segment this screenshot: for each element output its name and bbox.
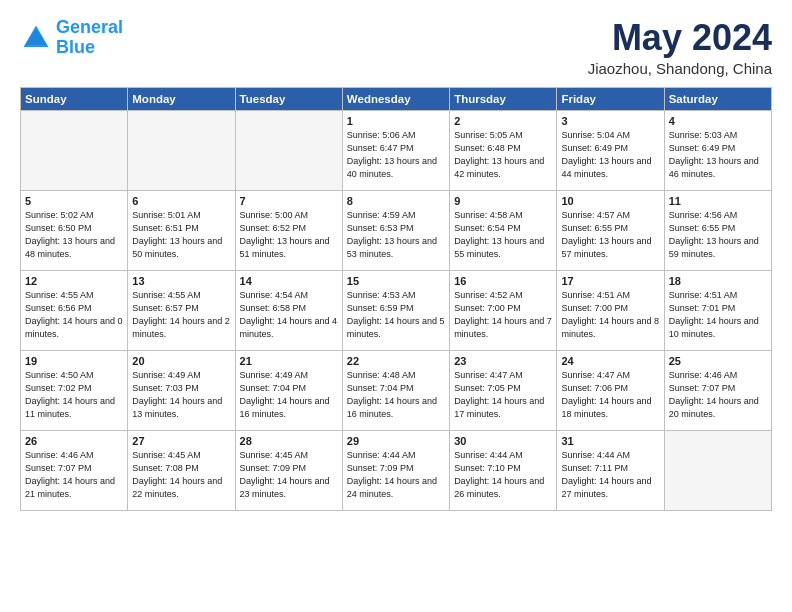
table-row: 24Sunrise: 4:47 AMSunset: 7:06 PMDayligh… bbox=[557, 350, 664, 430]
logo-icon bbox=[20, 22, 52, 54]
location: Jiaozhou, Shandong, China bbox=[588, 60, 772, 77]
daylight-text: Daylight: 14 hours and 27 minutes. bbox=[561, 476, 651, 499]
daylight-text: Daylight: 13 hours and 59 minutes. bbox=[669, 236, 759, 259]
day-info: Sunrise: 4:46 AMSunset: 7:07 PMDaylight:… bbox=[669, 369, 767, 421]
daylight-text: Daylight: 14 hours and 7 minutes. bbox=[454, 316, 552, 339]
day-number: 1 bbox=[347, 115, 445, 127]
daylight-text: Daylight: 13 hours and 50 minutes. bbox=[132, 236, 222, 259]
table-row: 3Sunrise: 5:04 AMSunset: 6:49 PMDaylight… bbox=[557, 110, 664, 190]
day-info: Sunrise: 4:57 AMSunset: 6:55 PMDaylight:… bbox=[561, 209, 659, 261]
sunset-text: Sunset: 7:00 PM bbox=[561, 303, 628, 313]
day-info: Sunrise: 5:03 AMSunset: 6:49 PMDaylight:… bbox=[669, 129, 767, 181]
calendar-week-row: 12Sunrise: 4:55 AMSunset: 6:56 PMDayligh… bbox=[21, 270, 772, 350]
sunrise-text: Sunrise: 4:55 AM bbox=[25, 290, 94, 300]
daylight-text: Daylight: 14 hours and 24 minutes. bbox=[347, 476, 437, 499]
day-number: 10 bbox=[561, 195, 659, 207]
day-info: Sunrise: 4:56 AMSunset: 6:55 PMDaylight:… bbox=[669, 209, 767, 261]
sunset-text: Sunset: 6:47 PM bbox=[347, 143, 414, 153]
calendar-week-row: 5Sunrise: 5:02 AMSunset: 6:50 PMDaylight… bbox=[21, 190, 772, 270]
daylight-text: Daylight: 14 hours and 20 minutes. bbox=[669, 396, 759, 419]
daylight-text: Daylight: 14 hours and 11 minutes. bbox=[25, 396, 115, 419]
sunrise-text: Sunrise: 4:51 AM bbox=[561, 290, 630, 300]
day-number: 21 bbox=[240, 355, 338, 367]
day-number: 5 bbox=[25, 195, 123, 207]
table-row bbox=[235, 110, 342, 190]
day-info: Sunrise: 5:05 AMSunset: 6:48 PMDaylight:… bbox=[454, 129, 552, 181]
daylight-text: Daylight: 14 hours and 2 minutes. bbox=[132, 316, 230, 339]
day-number: 18 bbox=[669, 275, 767, 287]
day-number: 3 bbox=[561, 115, 659, 127]
header: General Blue May 2024 Jiaozhou, Shandong… bbox=[20, 18, 772, 77]
table-row: 31Sunrise: 4:44 AMSunset: 7:11 PMDayligh… bbox=[557, 430, 664, 510]
calendar-week-row: 26Sunrise: 4:46 AMSunset: 7:07 PMDayligh… bbox=[21, 430, 772, 510]
table-row: 27Sunrise: 4:45 AMSunset: 7:08 PMDayligh… bbox=[128, 430, 235, 510]
col-monday: Monday bbox=[128, 87, 235, 110]
day-number: 29 bbox=[347, 435, 445, 447]
day-number: 20 bbox=[132, 355, 230, 367]
table-row: 2Sunrise: 5:05 AMSunset: 6:48 PMDaylight… bbox=[450, 110, 557, 190]
daylight-text: Daylight: 13 hours and 48 minutes. bbox=[25, 236, 115, 259]
day-number: 28 bbox=[240, 435, 338, 447]
daylight-text: Daylight: 14 hours and 17 minutes. bbox=[454, 396, 544, 419]
table-row: 13Sunrise: 4:55 AMSunset: 6:57 PMDayligh… bbox=[128, 270, 235, 350]
day-info: Sunrise: 4:47 AMSunset: 7:06 PMDaylight:… bbox=[561, 369, 659, 421]
daylight-text: Daylight: 14 hours and 16 minutes. bbox=[347, 396, 437, 419]
table-row: 30Sunrise: 4:44 AMSunset: 7:10 PMDayligh… bbox=[450, 430, 557, 510]
day-number: 4 bbox=[669, 115, 767, 127]
calendar: Sunday Monday Tuesday Wednesday Thursday… bbox=[20, 87, 772, 511]
sunrise-text: Sunrise: 4:44 AM bbox=[561, 450, 630, 460]
sunset-text: Sunset: 6:52 PM bbox=[240, 223, 307, 233]
table-row: 12Sunrise: 4:55 AMSunset: 6:56 PMDayligh… bbox=[21, 270, 128, 350]
calendar-week-row: 1Sunrise: 5:06 AMSunset: 6:47 PMDaylight… bbox=[21, 110, 772, 190]
day-info: Sunrise: 5:02 AMSunset: 6:50 PMDaylight:… bbox=[25, 209, 123, 261]
sunset-text: Sunset: 7:09 PM bbox=[240, 463, 307, 473]
sunrise-text: Sunrise: 4:57 AM bbox=[561, 210, 630, 220]
sunrise-text: Sunrise: 4:54 AM bbox=[240, 290, 309, 300]
daylight-text: Daylight: 14 hours and 16 minutes. bbox=[240, 396, 330, 419]
daylight-text: Daylight: 13 hours and 51 minutes. bbox=[240, 236, 330, 259]
daylight-text: Daylight: 13 hours and 40 minutes. bbox=[347, 156, 437, 179]
logo-text: General Blue bbox=[56, 18, 123, 58]
sunset-text: Sunset: 6:57 PM bbox=[132, 303, 199, 313]
sunset-text: Sunset: 6:49 PM bbox=[669, 143, 736, 153]
sunset-text: Sunset: 6:58 PM bbox=[240, 303, 307, 313]
table-row: 4Sunrise: 5:03 AMSunset: 6:49 PMDaylight… bbox=[664, 110, 771, 190]
day-number: 9 bbox=[454, 195, 552, 207]
daylight-text: Daylight: 13 hours and 57 minutes. bbox=[561, 236, 651, 259]
sunset-text: Sunset: 7:10 PM bbox=[454, 463, 521, 473]
col-friday: Friday bbox=[557, 87, 664, 110]
sunset-text: Sunset: 6:50 PM bbox=[25, 223, 92, 233]
table-row bbox=[128, 110, 235, 190]
svg-marker-1 bbox=[25, 29, 46, 45]
sunrise-text: Sunrise: 5:06 AM bbox=[347, 130, 416, 140]
sunrise-text: Sunrise: 4:49 AM bbox=[240, 370, 309, 380]
day-number: 22 bbox=[347, 355, 445, 367]
table-row bbox=[664, 430, 771, 510]
day-info: Sunrise: 4:59 AMSunset: 6:53 PMDaylight:… bbox=[347, 209, 445, 261]
table-row: 18Sunrise: 4:51 AMSunset: 7:01 PMDayligh… bbox=[664, 270, 771, 350]
sunrise-text: Sunrise: 4:59 AM bbox=[347, 210, 416, 220]
sunset-text: Sunset: 6:55 PM bbox=[561, 223, 628, 233]
day-number: 19 bbox=[25, 355, 123, 367]
day-info: Sunrise: 4:58 AMSunset: 6:54 PMDaylight:… bbox=[454, 209, 552, 261]
sunrise-text: Sunrise: 5:02 AM bbox=[25, 210, 94, 220]
sunset-text: Sunset: 7:07 PM bbox=[669, 383, 736, 393]
sunset-text: Sunset: 6:48 PM bbox=[454, 143, 521, 153]
table-row: 14Sunrise: 4:54 AMSunset: 6:58 PMDayligh… bbox=[235, 270, 342, 350]
table-row: 28Sunrise: 4:45 AMSunset: 7:09 PMDayligh… bbox=[235, 430, 342, 510]
sunset-text: Sunset: 6:54 PM bbox=[454, 223, 521, 233]
day-number: 24 bbox=[561, 355, 659, 367]
sunrise-text: Sunrise: 4:45 AM bbox=[132, 450, 201, 460]
sunrise-text: Sunrise: 5:04 AM bbox=[561, 130, 630, 140]
sunrise-text: Sunrise: 4:44 AM bbox=[454, 450, 523, 460]
sunrise-text: Sunrise: 5:05 AM bbox=[454, 130, 523, 140]
page: General Blue May 2024 Jiaozhou, Shandong… bbox=[0, 0, 792, 521]
day-info: Sunrise: 4:55 AMSunset: 6:57 PMDaylight:… bbox=[132, 289, 230, 341]
sunrise-text: Sunrise: 4:55 AM bbox=[132, 290, 201, 300]
day-info: Sunrise: 5:01 AMSunset: 6:51 PMDaylight:… bbox=[132, 209, 230, 261]
sunset-text: Sunset: 6:59 PM bbox=[347, 303, 414, 313]
sunset-text: Sunset: 7:00 PM bbox=[454, 303, 521, 313]
sunrise-text: Sunrise: 4:46 AM bbox=[669, 370, 738, 380]
sunset-text: Sunset: 6:56 PM bbox=[25, 303, 92, 313]
sunrise-text: Sunrise: 4:50 AM bbox=[25, 370, 94, 380]
